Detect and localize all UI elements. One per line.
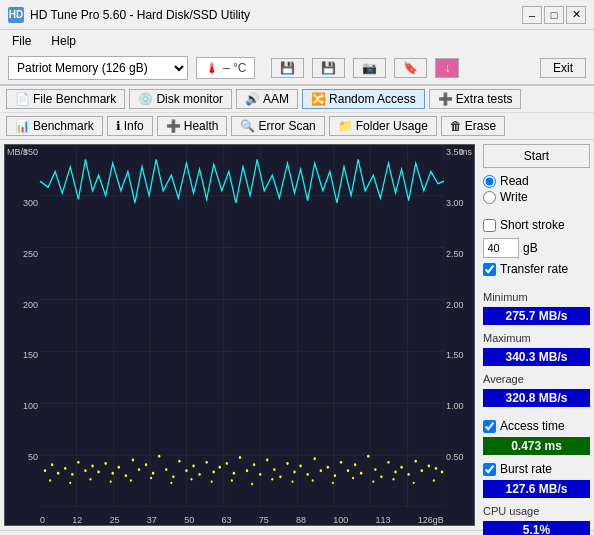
burst-rate-value: 127.6 MB/s <box>483 480 590 498</box>
main-content: MB/s ms 350 300 250 200 150 100 50 3.50 … <box>0 140 594 530</box>
icon-btn-4[interactable]: 🔖 <box>394 58 427 78</box>
file-benchmark-btn[interactable]: 📄 File Benchmark <box>6 89 125 109</box>
transfer-rate-checkbox[interactable] <box>483 263 496 276</box>
svg-point-23 <box>71 473 73 476</box>
svg-point-89 <box>251 483 253 485</box>
svg-point-88 <box>231 479 233 481</box>
benchmark-btn[interactable]: 📊 Benchmark <box>6 116 103 136</box>
read-radio[interactable] <box>483 175 496 188</box>
write-radio[interactable] <box>483 191 496 204</box>
svg-point-26 <box>91 465 93 468</box>
icon-btn-1[interactable]: 💾 <box>271 58 304 78</box>
erase-btn[interactable]: 🗑 Erase <box>441 116 505 136</box>
svg-point-77 <box>435 467 437 470</box>
svg-point-73 <box>407 473 409 476</box>
thermometer-icon: 🌡 <box>205 60 219 76</box>
write-radio-label[interactable]: Write <box>483 190 590 204</box>
svg-point-59 <box>314 457 316 460</box>
close-button[interactable]: ✕ <box>566 6 586 24</box>
benchmark-icon: 📊 <box>15 119 30 133</box>
svg-point-85 <box>170 482 172 484</box>
transfer-rate-label: Transfer rate <box>500 262 568 276</box>
right-panel: Start Read Write Short stroke gB T <box>479 140 594 530</box>
exit-button[interactable]: Exit <box>540 58 586 78</box>
health-btn[interactable]: ➕ Health <box>157 116 228 136</box>
svg-point-63 <box>340 461 342 464</box>
access-time-value: 0.473 ms <box>483 437 590 455</box>
chart-y-axis-right: 3.50 3.00 2.50 2.00 1.50 1.00 0.50 <box>444 145 474 505</box>
toolbar-row1: 📄 File Benchmark 💿 Disk monitor 🔊 AAM 🔀 … <box>0 86 594 113</box>
scan-icon: 🔍 <box>240 119 255 133</box>
short-stroke-checkbox[interactable] <box>483 219 496 232</box>
svg-point-53 <box>273 468 275 471</box>
average-label: Average <box>483 373 590 385</box>
maximize-button[interactable]: □ <box>544 6 564 24</box>
svg-point-72 <box>400 466 402 469</box>
svg-point-66 <box>360 472 362 475</box>
access-time-dots <box>44 455 443 485</box>
menu-help[interactable]: Help <box>47 32 80 50</box>
icon-btn-2[interactable]: 💾 <box>312 58 345 78</box>
start-button[interactable]: Start <box>483 144 590 168</box>
extra-tests-btn[interactable]: ➕ Extra tests <box>429 89 522 109</box>
svg-point-86 <box>190 478 192 480</box>
svg-point-44 <box>213 471 215 474</box>
temperature-display: 🌡 – °C <box>196 57 255 79</box>
access-time-label: Access time <box>500 419 565 433</box>
svg-point-52 <box>266 458 268 461</box>
health-icon: ➕ <box>166 119 181 133</box>
svg-point-54 <box>279 475 281 478</box>
svg-point-87 <box>211 480 213 482</box>
svg-point-91 <box>291 480 293 482</box>
svg-point-56 <box>293 471 295 474</box>
svg-point-55 <box>286 462 288 465</box>
read-write-radio-group: Read Write <box>483 172 590 206</box>
svg-point-75 <box>421 469 423 472</box>
svg-point-41 <box>192 465 194 468</box>
svg-point-30 <box>118 466 120 469</box>
svg-point-21 <box>57 472 59 475</box>
svg-point-48 <box>239 456 241 459</box>
aam-btn[interactable]: 🔊 AAM <box>236 89 298 109</box>
svg-point-29 <box>112 472 114 475</box>
random-access-btn[interactable]: 🔀 Random Access <box>302 89 425 109</box>
svg-point-78 <box>441 471 443 474</box>
read-radio-label[interactable]: Read <box>483 174 590 188</box>
svg-point-28 <box>104 462 106 465</box>
folder-usage-btn[interactable]: 📁 Folder Usage <box>329 116 437 136</box>
disk-monitor-btn[interactable]: 💿 Disk monitor <box>129 89 232 109</box>
svg-point-79 <box>49 479 51 481</box>
access-time-row[interactable]: Access time <box>483 419 590 433</box>
svg-point-27 <box>97 471 99 474</box>
svg-point-57 <box>299 465 301 468</box>
svg-point-67 <box>367 455 369 458</box>
svg-point-74 <box>415 460 417 463</box>
burst-rate-checkbox[interactable] <box>483 463 496 476</box>
svg-point-34 <box>145 463 147 466</box>
icon-btn-5[interactable]: ↓ <box>435 58 459 78</box>
icon-btn-3[interactable]: 📷 <box>353 58 386 78</box>
svg-point-65 <box>354 463 356 466</box>
folder-icon: 📁 <box>338 119 353 133</box>
info-btn[interactable]: ℹ Info <box>107 116 153 136</box>
svg-point-80 <box>69 482 71 484</box>
short-stroke-row[interactable]: Short stroke <box>483 218 590 232</box>
menu-file[interactable]: File <box>8 32 35 50</box>
error-scan-btn[interactable]: 🔍 Error Scan <box>231 116 324 136</box>
average-value: 320.8 MB/s <box>483 389 590 407</box>
disk-icon: 💿 <box>138 92 153 106</box>
stroke-input[interactable] <box>483 238 519 258</box>
menu-bar: File Help <box>0 30 594 52</box>
burst-rate-row[interactable]: Burst rate <box>483 462 590 476</box>
access-time-checkbox[interactable] <box>483 420 496 433</box>
svg-point-50 <box>253 463 255 466</box>
svg-point-35 <box>152 472 154 475</box>
svg-point-38 <box>172 475 174 478</box>
minimize-button[interactable]: – <box>522 6 542 24</box>
svg-point-49 <box>246 469 248 472</box>
drive-select[interactable]: Patriot Memory (126 gB) <box>8 56 188 80</box>
svg-point-51 <box>259 473 261 476</box>
svg-point-81 <box>89 478 91 480</box>
stroke-row: gB <box>483 238 590 258</box>
transfer-rate-row[interactable]: Transfer rate <box>483 262 590 276</box>
